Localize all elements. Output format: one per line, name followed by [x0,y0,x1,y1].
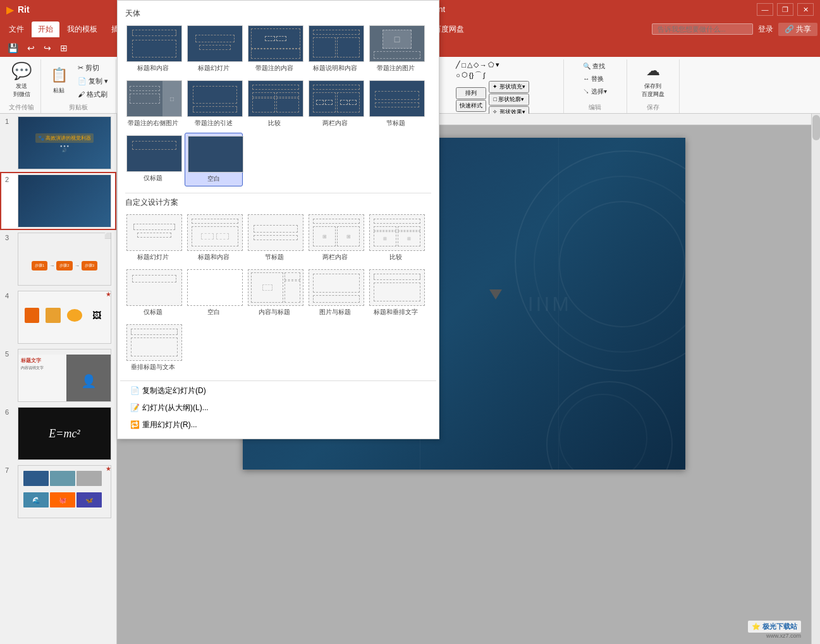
shape-hexagon[interactable]: ⬡ [462,71,468,79]
quick-style-button[interactable]: 快速样式 [456,100,486,112]
layout-custom-thumb-6 [126,269,182,306]
slide-thumb-4[interactable]: 4 🖼 ★ [0,288,116,346]
layout-custom-vertical[interactable]: 标题和垂排文字 [367,267,425,319]
menu-file[interactable]: 文件 [3,21,30,37]
layout-custom-thumb-11 [126,324,182,361]
layout-captioned-content[interactable]: 带题注的内容 [245,23,303,75]
search-input[interactable] [652,23,753,35]
restore-button[interactable]: ❐ [777,3,793,16]
save-button[interactable]: 💾 [5,42,21,54]
sort-button[interactable]: 排列 [456,87,486,99]
layout-custom-name-5: 比较 [369,253,422,262]
context-from-outline[interactable]: 📝幻灯片(从大纲)(L)... [120,399,436,416]
slide-img-1[interactable]: 🐾 高效演讲的视觉利器 ● ● ● 🔊 [18,116,111,169]
layout-blank[interactable]: 空白 [185,133,243,186]
slide-img-3[interactable]: 步骤1 → 步骤2 → 步骤3 [18,233,111,286]
shape-brace[interactable]: ⌒ [475,70,482,80]
layout-custom-title-only[interactable]: 仅标题 [124,267,182,319]
vertical-scrollbar[interactable] [811,114,820,644]
shape-curve[interactable]: ∫ [483,71,485,79]
layout-title-slide[interactable]: 标题幻灯片 [185,23,243,75]
slide-thumb-6[interactable]: 6 E=mc² [0,404,116,463]
layout-custom-vertical-title[interactable]: 垂排标题与文本 [124,322,182,374]
close-button[interactable]: ✕ [797,3,814,16]
slide-thumb-7[interactable]: 7 🌊 🐙 🦋 ★ [0,463,116,521]
layout-section-title[interactable]: 节标题 [367,78,425,130]
context-copy-slide[interactable]: 📄复制选定幻灯片(D) [120,382,436,399]
redo-button[interactable]: ↪ [41,42,54,54]
group-label-filetransfer: 文件传输 [9,102,34,112]
layout-captioned-right-pic[interactable]: □ 带题注的右侧图片 [124,78,182,130]
slide-img-2[interactable] [18,174,111,228]
layout-thumb-captioned-right-pic: □ [126,80,182,117]
slide-img-7[interactable]: 🌊 🐙 🦋 [18,465,111,518]
share-button[interactable]: 🔗 共享 [778,23,817,36]
shape-arrow[interactable]: → [480,61,487,69]
layout-name-section-title: 节标题 [369,119,422,128]
menu-mytemplate[interactable]: 我的模板 [61,21,104,37]
paste-button[interactable]: 📋 粘贴 [45,61,73,99]
slide-img-6[interactable]: E=mc² [18,407,111,460]
shape-triangle[interactable]: △ [467,61,472,69]
slide-panel: 1 🐾 高效演讲的视觉利器 ● ● ● 🔊 2 3 [0,114,117,644]
send-wechat-button[interactable]: 💬 发送到微信 [6,61,37,99]
shape-more[interactable]: ▾ [496,61,499,69]
shape-outline-button[interactable]: □ 形状轮廓▾ [489,94,529,106]
star-badge-4: ★ [106,291,111,298]
find-button[interactable]: 🔍 查找 [579,61,609,72]
layout-thumb-title-content [126,25,182,62]
slide-img-5[interactable]: 👤 标题文字 内容说明文字 [18,349,111,402]
slide-thumb-2[interactable]: 2 [0,172,116,230]
layout-custom-content-title[interactable]: 内容与标题 [245,267,303,319]
menu-home[interactable]: 开始 [32,21,59,37]
shape-fill-button[interactable]: ✦ 形状填充▾ [489,81,529,93]
layout-title-desc[interactable]: 标题说明和内容 [306,23,364,75]
minimize-button[interactable]: — [757,3,773,16]
slide-img-4[interactable]: 🖼 [18,291,111,344]
cut-button[interactable]: ✂ 剪切 [74,62,112,74]
view-button[interactable]: ⊞ [58,42,70,54]
save-baidu-button[interactable]: ☁ 保存到百度网盘 [631,61,675,99]
shape-pentagon[interactable]: ⬠ [488,61,494,69]
undo-button[interactable]: ↩ [25,42,37,54]
layout-captioned-pic[interactable]: □ 带题注的图片 [367,23,425,75]
layout-custom-blank[interactable]: 空白 [185,267,243,319]
scrollbar-thumb[interactable] [812,115,820,140]
layout-custom-two-col[interactable]: ⊞ ⊞ 两栏内容 [306,212,364,264]
layout-title-content[interactable]: 标题和内容 [124,23,182,75]
layout-thumb-title-desc [309,25,364,62]
layout-compare[interactable]: 比较 [245,78,303,130]
layout-custom-pic-title[interactable]: 图片与标题 [306,267,364,319]
shape-circle[interactable]: ○ [456,71,460,79]
slide-thumb-3[interactable]: 3 步骤1 → 步骤2 → 步骤3 ⬜ [0,230,116,288]
layout-two-col[interactable]: 两栏内容 [306,78,364,130]
layout-custom-thumb-10 [369,269,425,306]
layout-custom-title-content[interactable]: 标题和内容 [185,212,243,264]
context-reuse-slide[interactable]: 🔁重用幻灯片(R)... [120,416,436,434]
select-button[interactable]: ↘ 选择▾ [579,86,611,97]
layout-captioned-quote[interactable]: 带题注的引述 [185,78,243,130]
slide-thumb-5[interactable]: 5 👤 标题文字 内容说明文字 [0,346,116,404]
slide-thumb-1[interactable]: 1 🐾 高效演讲的视觉利器 ● ● ● 🔊 [0,114,116,172]
shape-bracket[interactable]: {} [469,71,474,79]
shape-line[interactable]: ╱ [456,61,460,69]
login-button[interactable]: 登录 [758,24,773,35]
layout-custom-compare[interactable]: ⊞ ⊞ 比较 [367,212,425,264]
copy-button[interactable]: 📄 复制 ▾ [74,75,112,87]
layout-custom-title-slide[interactable]: 标题幻灯片 [124,212,182,264]
layout-title-only[interactable]: 仅标题 [124,133,182,186]
slide-num-2: 2 [5,174,14,183]
watermark-logo: ⭐ 极光下载站 [752,622,797,631]
layout-custom-section-title[interactable]: 节标题 [245,212,303,264]
group-label-edit: 编辑 [589,102,601,112]
shape-diamond[interactable]: ◇ [474,61,479,69]
slide-num-5: 5 [5,349,14,358]
layout-custom-thumb-5: ⊞ ⊞ [369,214,425,251]
replace-button[interactable]: ↔ 替换 [579,73,608,85]
layout-custom-thumb-3 [248,214,303,251]
layout-name-compare: 比较 [248,119,301,128]
layout-grid-custom: 标题幻灯片 标题和内容 节标题 [120,212,436,379]
shape-rect[interactable]: □ [462,61,466,69]
slide-num-3: 3 [5,233,14,241]
format-painter-button[interactable]: 🖌 格式刷 [74,88,112,100]
